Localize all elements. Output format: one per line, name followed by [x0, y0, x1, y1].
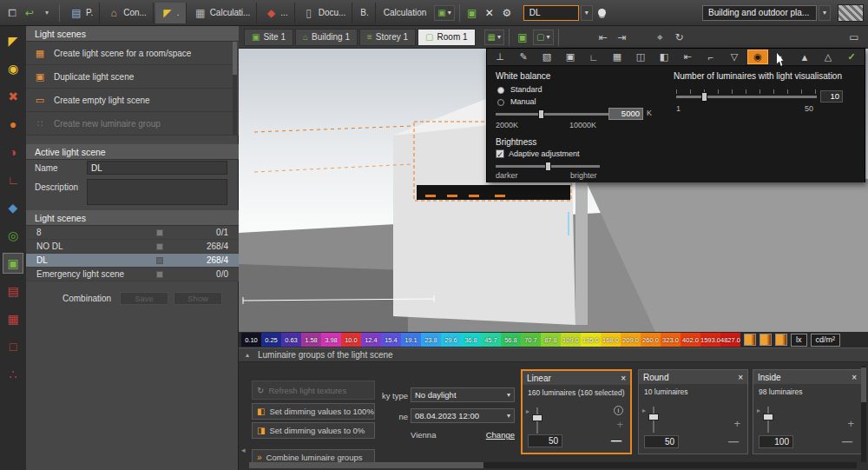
- settings-gear-icon[interactable]: ⚙: [499, 5, 515, 21]
- false-color-style-3[interactable]: [775, 334, 787, 346]
- radio-standard[interactable]: [497, 87, 504, 94]
- collapse-icon[interactable]: ▴: [246, 348, 249, 362]
- refresh-light-textures-button[interactable]: ↻ Refresh light textures: [252, 381, 375, 400]
- text-report-icon[interactable]: ▤: [3, 281, 23, 301]
- vertical-scrollbar[interactable]: [861, 366, 866, 462]
- plan-view-dropdown[interactable]: ▢ ▾: [533, 30, 553, 45]
- create-luminaire-group-button[interactable]: ∷ Create new luminaire group: [26, 112, 239, 136]
- luminaire-group-card-linear[interactable]: Linear × 160 luminaires (160 selected) ▸…: [521, 369, 632, 454]
- slider-thumb[interactable]: [545, 162, 551, 171]
- radio-manual[interactable]: [497, 99, 504, 106]
- slider-thumb[interactable]: [648, 414, 659, 420]
- set-dimming-100-button[interactable]: ◧ Set dimming values to 100%: [252, 403, 375, 420]
- combination-show-button[interactable]: Show: [174, 292, 222, 305]
- scene-row[interactable]: Emergency light scene 0/0: [26, 268, 239, 281]
- copy-icon[interactable]: ▣: [560, 50, 581, 64]
- dimming-value[interactable]: 50: [528, 434, 562, 447]
- breadcrumb-room[interactable]: ▢ Room 1: [418, 29, 475, 46]
- horizontal-scrollbar[interactable]: [249, 462, 857, 468]
- connector-icon[interactable]: ∴: [3, 364, 23, 385]
- breadcrumb-storey[interactable]: ≡ Storey 1: [359, 29, 416, 46]
- slider-thumb[interactable]: [701, 92, 707, 102]
- increase-icon[interactable]: +: [733, 417, 740, 430]
- white-balance-slider[interactable]: [496, 113, 608, 116]
- shading-icon[interactable]: ◧: [654, 50, 674, 64]
- light-visualisation-icon[interactable]: ◉: [747, 50, 768, 64]
- change-location-link[interactable]: Change: [411, 430, 515, 440]
- breadcrumb-site[interactable]: ▣ Site 1: [244, 29, 293, 46]
- false-color-style-1[interactable]: [744, 334, 756, 346]
- planning-mode-select[interactable]: Building and outdoor pla...: [702, 5, 817, 21]
- table-icon[interactable]: ▦: [3, 308, 23, 329]
- breadcrumb-building[interactable]: ⌂ Building 1: [295, 29, 358, 46]
- radio-standard-label[interactable]: Standard: [510, 85, 542, 94]
- pen-icon[interactable]: ✎: [513, 50, 534, 64]
- light-scene-select[interactable]: DL: [523, 5, 579, 21]
- dimming-value[interactable]: 100: [759, 435, 793, 448]
- vertical-dimension-icon[interactable]: ⇥: [614, 29, 631, 46]
- info-icon[interactable]: i: [614, 406, 623, 415]
- grid-icon[interactable]: ▦: [607, 50, 628, 64]
- date-time-select[interactable]: 08.04.2023 12:00 ▾: [411, 408, 515, 423]
- move-view-icon[interactable]: ⌖: [652, 29, 669, 46]
- adaptive-label[interactable]: Adaptive adjustment: [509, 149, 580, 158]
- light-bulb-icon[interactable]: [595, 5, 610, 21]
- tab-results[interactable]: ◆ ...: [259, 3, 294, 23]
- angle-icon[interactable]: ∟: [583, 50, 604, 64]
- calculation-menu[interactable]: Calculation: [378, 3, 432, 23]
- cancel-calculation-icon[interactable]: ✕: [482, 5, 497, 21]
- hatch-icon[interactable]: ▧: [536, 50, 557, 64]
- increase-icon[interactable]: +: [616, 418, 623, 431]
- luminaire-group-card-round[interactable]: Round × 10 luminaires ▸ + 50 —: [638, 369, 748, 454]
- frame-icon[interactable]: □: [3, 336, 23, 357]
- false-color-style-2[interactable]: [760, 334, 772, 346]
- dimming-slider[interactable]: [653, 407, 654, 433]
- close-icon[interactable]: ×: [738, 373, 743, 382]
- light-scene-caret[interactable]: ▾: [581, 5, 593, 21]
- wrench-icon[interactable]: ◆: [3, 197, 23, 218]
- tab-documentation[interactable]: ▯ Docu...: [297, 3, 353, 23]
- corner-icon[interactable]: ⌐: [700, 50, 721, 64]
- bulb-icon[interactable]: ◉: [3, 58, 23, 79]
- view-select-dropdown[interactable]: ▦ ▾: [484, 30, 504, 45]
- sky-type-select[interactable]: No daylight ▾: [411, 387, 515, 402]
- luminaire-count-slider[interactable]: [676, 96, 817, 98]
- view-image-icon[interactable]: ▣: [3, 253, 23, 274]
- luminaire-icon[interactable]: ▽: [724, 50, 745, 64]
- scene-row-selected[interactable]: DL 268/4: [26, 254, 239, 268]
- scene-description-input[interactable]: [87, 179, 227, 205]
- cone-icon[interactable]: ▲: [794, 50, 815, 64]
- tab-project[interactable]: ▤ P.: [64, 3, 100, 23]
- unit-lx-button[interactable]: lx: [791, 334, 807, 347]
- duplicate-light-scene-button[interactable]: ▣ Duplicate light scene: [26, 65, 239, 89]
- panel-header[interactable]: ▴ Luminaire groups of the light scene: [239, 348, 868, 362]
- close-icon[interactable]: ×: [852, 373, 857, 382]
- actions-scrollbar[interactable]: [233, 42, 237, 136]
- snap-perpendicular-icon[interactable]: ⊥: [490, 50, 510, 64]
- energy-icon[interactable]: ◎: [3, 225, 23, 246]
- dimension-icon[interactable]: ⇤: [677, 50, 698, 64]
- combination-save-button[interactable]: Save: [120, 292, 168, 305]
- luminaire-count-value[interactable]: 10: [820, 90, 843, 103]
- plan-view-icon[interactable]: ▣: [514, 29, 531, 46]
- slider-thumb[interactable]: [538, 109, 544, 119]
- scene-row[interactable]: NO DL 268/4: [26, 240, 239, 254]
- scrollbar-thumb[interactable]: [861, 367, 866, 402]
- box-icon[interactable]: ◫: [630, 50, 651, 64]
- luminaire-group-card-inside[interactable]: Inside × 98 luminaires ▸ + 100 —: [753, 369, 862, 454]
- tab-light[interactable]: ◤ .: [155, 3, 187, 23]
- scrollbar-thumb[interactable]: [249, 462, 483, 468]
- calculation-dropdown[interactable]: ▣ ▾: [434, 5, 454, 21]
- scene-checkbox[interactable]: [156, 257, 163, 264]
- material-sphere-icon[interactable]: ●: [3, 114, 23, 135]
- create-empty-scene-button[interactable]: ▭ Create empty light scene: [26, 89, 239, 112]
- brightness-slider[interactable]: [496, 165, 600, 168]
- increase-icon[interactable]: +: [847, 417, 854, 430]
- tab-calculation-objects[interactable]: ▦ Calculati...: [188, 3, 258, 23]
- slider-thumb[interactable]: [532, 414, 542, 421]
- unit-cdm2-button[interactable]: cd/m²: [811, 334, 841, 347]
- scene-checkbox[interactable]: [156, 229, 163, 236]
- tab-b[interactable]: B.: [354, 3, 375, 23]
- horizontal-dimension-icon[interactable]: ⇤: [595, 29, 612, 46]
- dimming-slider[interactable]: [536, 407, 538, 434]
